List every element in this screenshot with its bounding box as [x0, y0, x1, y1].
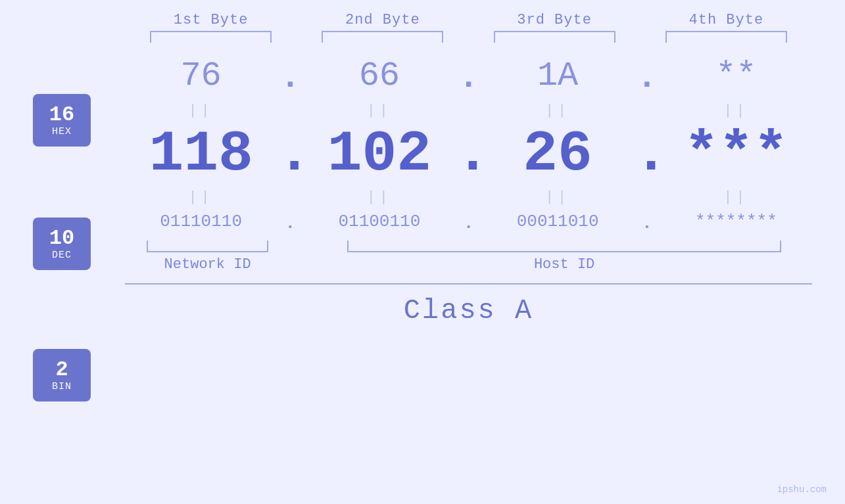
bracket-top-1	[125, 31, 297, 43]
id-labels-row: Network ID Host ID	[125, 256, 812, 273]
bin-val-4: ********	[660, 208, 812, 238]
hex-dot-1: .	[277, 45, 303, 97]
watermark: ipshu.com	[777, 484, 827, 495]
dec-dot-2: .	[456, 122, 482, 187]
dec-val-3: 26	[482, 122, 634, 187]
host-bracket	[347, 241, 781, 252]
bin-row: 01110110 . 01100110 . 00011010 . *******…	[125, 208, 812, 238]
main-container: 1st Byte 2nd Byte 3rd Byte 4th Byte 16 H…	[0, 0, 845, 504]
class-label: Class A	[404, 295, 533, 327]
bin-dot-1: .	[277, 214, 303, 233]
hex-val-2: 66	[303, 43, 455, 100]
hex-val-4: **	[660, 43, 812, 100]
byte-header-2: 2nd Byte	[297, 12, 468, 28]
bracket-top-2	[297, 31, 468, 43]
net-bracket-wrap	[125, 241, 290, 252]
dec-badge: 10 DEC	[33, 218, 91, 270]
equals-row-1: || || || ||	[125, 100, 812, 122]
dec-val-4: ***	[660, 122, 812, 187]
dec-val-2: 102	[303, 122, 455, 187]
bin-dot-2: .	[456, 214, 482, 233]
dec-row: 118 . 102 . 26 . ***	[125, 122, 812, 187]
bin-dot-3: .	[634, 214, 660, 233]
bin-val-1: 01110110	[125, 208, 277, 238]
bracket-top-3	[469, 31, 640, 43]
byte-header-1: 1st Byte	[125, 12, 297, 28]
host-bracket-wrap	[316, 241, 812, 252]
equals-row-2: || || || ||	[125, 187, 812, 208]
hex-val-3: 1A	[482, 43, 634, 100]
network-id-label: Network ID	[125, 256, 290, 273]
bottom-brackets	[125, 241, 812, 252]
badges-column: 16 HEX 10 DEC 2 BIN	[33, 43, 125, 504]
dec-val-1: 118	[125, 122, 277, 187]
hex-row: 76 . 66 . 1A . **	[125, 43, 812, 100]
hex-val-1: 76	[125, 43, 277, 100]
bin-val-2: 01100110	[303, 208, 455, 238]
hex-dot-3: .	[634, 45, 660, 97]
bin-val-3: 00011010	[482, 208, 634, 238]
bracket-top-4	[640, 31, 812, 43]
host-id-label: Host ID	[316, 256, 812, 273]
byte-header-4: 4th Byte	[640, 12, 812, 28]
hex-badge: 16 HEX	[33, 94, 91, 147]
class-section: Class A	[125, 283, 812, 327]
byte-header-3: 3rd Byte	[469, 12, 640, 28]
dec-dot-3: .	[634, 122, 660, 187]
net-bracket	[147, 241, 268, 252]
dec-dot-1: .	[277, 122, 303, 187]
bin-badge: 2 BIN	[33, 349, 91, 401]
hex-dot-2: .	[456, 45, 482, 97]
